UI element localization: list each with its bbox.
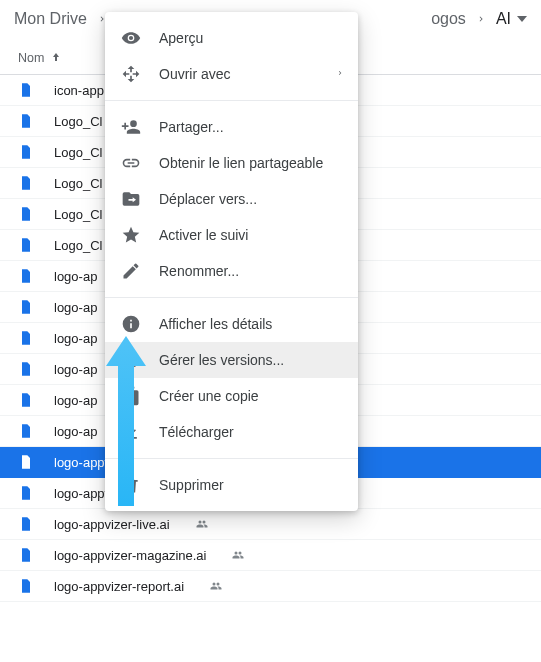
folder-move-icon bbox=[121, 189, 141, 209]
column-header-label: Nom bbox=[18, 51, 44, 65]
menu-get-link[interactable]: Obtenir le lien partageable bbox=[105, 145, 358, 181]
file-icon bbox=[18, 237, 34, 253]
info-icon bbox=[121, 314, 141, 334]
file-icon bbox=[18, 454, 34, 470]
sort-asc-icon bbox=[50, 50, 62, 66]
file-row[interactable]: logo-appvizer-report.ai bbox=[0, 571, 541, 602]
file-name: Logo_Cl bbox=[54, 114, 102, 129]
menu-label: Télécharger bbox=[159, 424, 234, 440]
file-icon bbox=[18, 82, 34, 98]
file-icon bbox=[18, 206, 34, 222]
rename-icon bbox=[121, 261, 141, 281]
menu-label: Partager... bbox=[159, 119, 224, 135]
download-icon bbox=[121, 422, 141, 442]
trash-icon bbox=[121, 475, 141, 495]
file-icon bbox=[18, 268, 34, 284]
file-icon bbox=[18, 578, 34, 594]
file-name: logo-appvizer-magazine.ai bbox=[54, 548, 206, 563]
file-row[interactable]: logo-appvizer-live.ai bbox=[0, 509, 541, 540]
file-icon bbox=[18, 330, 34, 346]
menu-details[interactable]: Afficher les détails bbox=[105, 306, 358, 342]
file-name: icon-app bbox=[54, 83, 104, 98]
chevron-right-icon bbox=[336, 66, 344, 82]
file-name: Logo_Cl bbox=[54, 238, 102, 253]
menu-label: Obtenir le lien partageable bbox=[159, 155, 323, 171]
breadcrumb-root[interactable]: Mon Drive bbox=[14, 10, 87, 28]
chevron-right-icon bbox=[476, 10, 486, 28]
menu-separator bbox=[105, 100, 358, 101]
file-icon bbox=[18, 547, 34, 563]
menu-rename[interactable]: Renommer... bbox=[105, 253, 358, 289]
menu-label: Créer une copie bbox=[159, 388, 259, 404]
menu-make-copy[interactable]: Créer une copie bbox=[105, 378, 358, 414]
menu-versions[interactable]: Gérer les versions... bbox=[105, 342, 358, 378]
shared-icon bbox=[230, 549, 246, 561]
file-icon bbox=[18, 144, 34, 160]
breadcrumb-current[interactable]: AI bbox=[496, 10, 527, 28]
file-icon bbox=[18, 485, 34, 501]
file-name: Logo_Cl bbox=[54, 207, 102, 222]
menu-label: Gérer les versions... bbox=[159, 352, 284, 368]
menu-open-with[interactable]: Ouvrir avec bbox=[105, 56, 358, 92]
menu-separator bbox=[105, 297, 358, 298]
person-add-icon bbox=[121, 117, 141, 137]
file-name: Logo_Cl bbox=[54, 176, 102, 191]
menu-star[interactable]: Activer le suivi bbox=[105, 217, 358, 253]
file-icon bbox=[18, 516, 34, 532]
menu-label: Activer le suivi bbox=[159, 227, 248, 243]
menu-download[interactable]: Télécharger bbox=[105, 414, 358, 450]
file-row[interactable]: logo-appvizer-magazine.ai bbox=[0, 540, 541, 571]
caret-down-icon bbox=[517, 16, 527, 22]
file-name: logo-ap bbox=[54, 331, 97, 346]
file-icon bbox=[18, 113, 34, 129]
menu-separator bbox=[105, 458, 358, 459]
breadcrumb-folder[interactable]: ogos bbox=[431, 10, 466, 28]
menu-label: Aperçu bbox=[159, 30, 203, 46]
copy-icon bbox=[121, 386, 141, 406]
file-icon bbox=[18, 361, 34, 377]
menu-share[interactable]: Partager... bbox=[105, 109, 358, 145]
menu-label: Ouvrir avec bbox=[159, 66, 231, 82]
file-name: logo-appvizer-live.ai bbox=[54, 517, 170, 532]
menu-preview[interactable]: Aperçu bbox=[105, 20, 358, 56]
shared-icon bbox=[208, 580, 224, 592]
star-icon bbox=[121, 225, 141, 245]
menu-label: Supprimer bbox=[159, 477, 224, 493]
file-icon bbox=[18, 299, 34, 315]
file-name: logo-ap bbox=[54, 300, 97, 315]
breadcrumb-current-label: AI bbox=[496, 10, 511, 28]
link-icon bbox=[121, 153, 141, 173]
file-name: logo-ap bbox=[54, 424, 97, 439]
history-icon bbox=[121, 350, 141, 370]
file-name: logo-appvizer-report.ai bbox=[54, 579, 184, 594]
menu-remove[interactable]: Supprimer bbox=[105, 467, 358, 503]
menu-label: Afficher les détails bbox=[159, 316, 272, 332]
menu-label: Déplacer vers... bbox=[159, 191, 257, 207]
file-icon bbox=[18, 392, 34, 408]
eye-icon bbox=[121, 28, 141, 48]
file-icon bbox=[18, 423, 34, 439]
menu-label: Renommer... bbox=[159, 263, 239, 279]
file-name: logo-ap bbox=[54, 269, 97, 284]
file-icon bbox=[18, 175, 34, 191]
file-name: logo-ap bbox=[54, 393, 97, 408]
file-name: Logo_Cl bbox=[54, 145, 102, 160]
open-with-icon bbox=[121, 64, 141, 84]
file-name: logo-ap bbox=[54, 362, 97, 377]
context-menu: Aperçu Ouvrir avec Partager... Obtenir l… bbox=[105, 12, 358, 511]
shared-icon bbox=[194, 518, 210, 530]
menu-move-to[interactable]: Déplacer vers... bbox=[105, 181, 358, 217]
